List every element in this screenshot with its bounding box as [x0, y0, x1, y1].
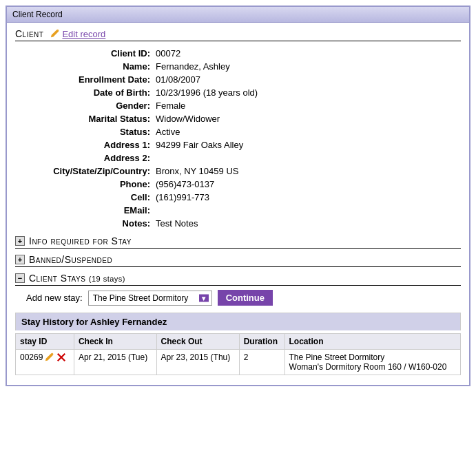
stay-history-column-header: stay ID: [16, 334, 74, 350]
stay-history-table: stay IDCheck InCheck OutDurationLocation…: [15, 333, 461, 375]
banned-header[interactable]: + Banned/Suspended: [15, 253, 461, 267]
field-label: Enrollment Date:: [15, 73, 153, 86]
field-label: Phone:: [15, 178, 153, 191]
edit-record-label: Edit record: [62, 29, 105, 39]
dormitory-select[interactable]: The Pine Street DormitoryThe Street Dorm…: [88, 291, 212, 306]
stay-history-column-header: Check In: [74, 334, 156, 350]
field-value: 01/08/2007: [153, 73, 461, 86]
pencil-icon: [50, 29, 60, 39]
edit-stay-icon[interactable]: [45, 352, 54, 362]
client-fields-table: Client ID:00072Name:Fernandez, AshleyEnr…: [15, 47, 461, 230]
stay-history-header: Stay History for Ashley Fernandez: [15, 313, 461, 330]
info-required-section: + Info required for Stay: [15, 234, 461, 249]
window-title: Client Record: [12, 10, 63, 19]
field-value: 94299 Fair Oaks Alley: [153, 138, 461, 151]
window-content: Client Edit record Client ID:00072Name:F…: [7, 23, 469, 385]
duration-cell: 2: [239, 350, 284, 375]
stay-history-column-header: Location: [284, 334, 460, 350]
field-label: Notes:: [15, 217, 153, 230]
field-value: 00072: [153, 47, 461, 60]
banned-title: Banned/Suspended: [29, 254, 112, 265]
info-required-header[interactable]: + Info required for Stay: [15, 234, 461, 249]
field-row: Client ID:00072: [15, 47, 461, 60]
field-row: Status:Active: [15, 125, 461, 138]
field-label: Date of Birth:: [15, 86, 153, 99]
continue-button[interactable]: Continue: [218, 290, 273, 306]
field-value: 10/23/1996 (18 years old): [153, 86, 461, 99]
field-label: Address 2:: [15, 151, 153, 165]
field-value: Active: [153, 125, 461, 138]
client-stays-title: Client Stays (19 stays): [29, 273, 125, 284]
info-required-expand-icon: +: [15, 236, 25, 246]
field-row: City/State/Zip/Country:Bronx, NY 10459 U…: [15, 165, 461, 178]
client-section-header: Client Edit record: [15, 28, 461, 41]
field-label: Client ID:: [15, 47, 153, 60]
add-stay-row: Add new stay: The Pine Street DormitoryT…: [26, 290, 461, 306]
banned-expand-icon: +: [15, 255, 25, 264]
field-row: EMail:: [15, 204, 461, 217]
field-row: Cell:(161)991-773: [15, 191, 461, 204]
stay-count: (19 stays): [89, 275, 125, 283]
field-value: (956)473-0137: [153, 178, 461, 191]
field-value: Test Notes: [153, 217, 461, 230]
field-label: Cell:: [15, 191, 153, 204]
field-value: Widow/Widower: [153, 112, 461, 125]
field-row: Date of Birth:10/23/1996 (18 years old): [15, 86, 461, 99]
stay-history-column-header: Check Out: [156, 334, 239, 350]
client-stays-header[interactable]: − Client Stays (19 stays): [15, 271, 461, 286]
info-required-title: Info required for Stay: [29, 235, 132, 246]
client-record-window: Client Record Client Edit record Client …: [6, 6, 470, 386]
field-row: Notes:Test Notes: [15, 217, 461, 230]
field-label: Status:: [15, 125, 153, 138]
stay-id-cell: 00269: [16, 350, 74, 375]
check-out-cell: Apr 23, 2015 (Thu): [156, 350, 239, 375]
field-row: Address 2:: [15, 151, 461, 165]
field-value: Bronx, NY 10459 US: [153, 165, 461, 178]
field-label: Gender:: [15, 99, 153, 112]
field-row: Phone:(956)473-0137: [15, 178, 461, 191]
delete-stay-icon[interactable]: [56, 352, 66, 362]
check-in-cell: Apr 21, 2015 (Tue): [74, 350, 156, 375]
stay-history-column-header: Duration: [239, 334, 284, 350]
field-value: Female: [153, 99, 461, 112]
field-value: [153, 204, 461, 217]
client-stays-collapse-icon: −: [15, 273, 25, 283]
field-row: Address 1:94299 Fair Oaks Alley: [15, 138, 461, 151]
add-stay-label: Add new stay:: [26, 293, 83, 303]
location-cell: The Pine Street Dormitory Woman's Dormit…: [284, 350, 460, 375]
field-value: (161)991-773: [153, 191, 461, 204]
field-label: Name:: [15, 60, 153, 73]
dormitory-select-wrapper: The Pine Street DormitoryThe Street Dorm…: [88, 291, 212, 306]
field-row: Gender:Female: [15, 99, 461, 112]
field-label: City/State/Zip/Country:: [15, 165, 153, 178]
edit-record-link[interactable]: Edit record: [50, 29, 105, 39]
stay-id-value: 00269: [20, 352, 43, 362]
field-label: EMail:: [15, 204, 153, 217]
field-value: Fernandez, Ashley: [153, 60, 461, 73]
client-section-title: Client: [15, 28, 43, 39]
field-row: Enrollment Date:01/08/2007: [15, 73, 461, 86]
window-title-bar: Client Record: [7, 7, 469, 23]
stay-history-header-row: stay IDCheck InCheck OutDurationLocation: [16, 334, 461, 350]
field-row: Name:Fernandez, Ashley: [15, 60, 461, 73]
field-label: Address 1:: [15, 138, 153, 151]
field-label: Marital Status:: [15, 112, 153, 125]
field-value: [153, 151, 461, 165]
banned-section: + Banned/Suspended: [15, 253, 461, 267]
field-row: Marital Status:Widow/Widower: [15, 112, 461, 125]
client-stays-section: − Client Stays (19 stays) Add new stay: …: [15, 271, 461, 375]
stay-history-row: 00269 Apr 21, 2015 (Tue)Apr 23, 2015 (Th…: [16, 350, 461, 375]
